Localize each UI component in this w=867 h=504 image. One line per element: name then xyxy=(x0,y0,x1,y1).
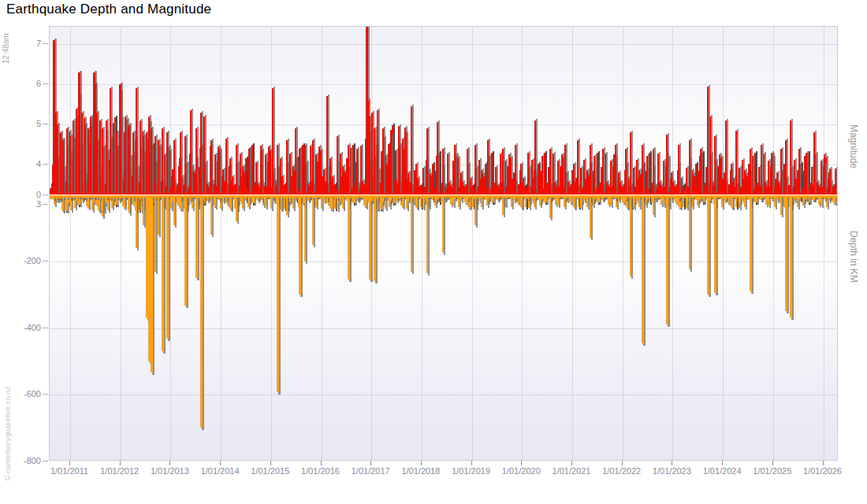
quake-bar[interactable] xyxy=(312,195,314,245)
quake-bar[interactable] xyxy=(248,195,250,199)
quake-bar[interactable] xyxy=(750,149,751,195)
quake-bar[interactable] xyxy=(642,145,643,195)
quake-bar[interactable] xyxy=(166,132,168,195)
quake-bar[interactable] xyxy=(735,195,737,199)
quake-bar[interactable] xyxy=(277,195,279,393)
quake-bar[interactable] xyxy=(180,195,181,199)
quake-bar[interactable] xyxy=(625,195,627,199)
quake-bar[interactable] xyxy=(79,195,80,198)
quake-bar[interactable] xyxy=(326,96,328,195)
quake-bar[interactable] xyxy=(261,195,262,200)
quake-bar[interactable] xyxy=(829,169,831,195)
quake-bar[interactable] xyxy=(602,149,604,195)
quake-bar[interactable] xyxy=(780,149,782,195)
quake-bar[interactable] xyxy=(615,195,616,200)
quake-bar[interactable] xyxy=(110,195,111,198)
quake-bar[interactable] xyxy=(84,124,86,195)
quake-bar[interactable] xyxy=(190,110,192,195)
quake-bar[interactable] xyxy=(158,140,159,195)
quake-bar[interactable] xyxy=(158,195,159,235)
quake-bar[interactable] xyxy=(173,140,175,195)
quake-bar[interactable] xyxy=(62,195,64,198)
quake-bar[interactable] xyxy=(304,145,306,195)
quake-bar[interactable] xyxy=(798,149,800,195)
quake-bar[interactable] xyxy=(60,132,61,195)
quake-bar[interactable] xyxy=(442,149,444,195)
quake-bar[interactable] xyxy=(225,195,227,200)
quake-bar[interactable] xyxy=(534,195,536,198)
quake-bar[interactable] xyxy=(272,195,273,198)
quake-bar[interactable] xyxy=(615,145,616,195)
quake-bar[interactable] xyxy=(785,195,787,312)
quake-bar[interactable] xyxy=(709,195,711,202)
quake-bar[interactable] xyxy=(761,145,762,195)
quake-bar[interactable] xyxy=(184,195,187,306)
quake-bar[interactable] xyxy=(136,88,137,195)
quake-bar[interactable] xyxy=(411,195,412,272)
quake-bar[interactable] xyxy=(81,113,83,195)
quake-bar[interactable] xyxy=(230,195,232,209)
quake-bar[interactable] xyxy=(454,195,456,200)
quake-bar[interactable] xyxy=(642,195,644,343)
quake-bar[interactable] xyxy=(666,135,668,195)
quake-bar[interactable] xyxy=(761,195,762,201)
quake-bar[interactable] xyxy=(399,195,400,200)
quake-bar[interactable] xyxy=(371,113,373,195)
quake-bar[interactable] xyxy=(666,195,668,325)
quake-bar[interactable] xyxy=(184,136,186,195)
quake-bar[interactable] xyxy=(515,145,516,195)
quake-bar[interactable] xyxy=(785,140,787,195)
quake-bar[interactable] xyxy=(60,195,61,199)
quake-bar[interactable] xyxy=(116,195,117,198)
quake-bar[interactable] xyxy=(73,195,74,198)
quake-bar[interactable] xyxy=(350,148,352,195)
quake-bar[interactable] xyxy=(146,132,147,195)
quake-bar[interactable] xyxy=(625,149,627,195)
quake-bar[interactable] xyxy=(829,195,831,198)
quake-bar[interactable] xyxy=(295,128,296,195)
quake-bar[interactable] xyxy=(106,195,107,198)
quake-bar[interactable] xyxy=(534,120,536,195)
quake-bar[interactable] xyxy=(813,195,815,201)
quake-bar[interactable] xyxy=(203,195,205,201)
quake-bar[interactable] xyxy=(272,88,273,195)
quake-bar[interactable] xyxy=(132,195,134,199)
quake-bar[interactable] xyxy=(735,131,737,195)
quake-bar[interactable] xyxy=(700,149,701,195)
quake-bar[interactable] xyxy=(602,195,604,199)
quake-bar[interactable] xyxy=(299,195,301,295)
quake-bar[interactable] xyxy=(236,145,237,195)
quake-bar[interactable] xyxy=(437,122,438,195)
quake-bar[interactable] xyxy=(218,149,220,195)
quake-bar[interactable] xyxy=(96,195,98,198)
quake-bar[interactable] xyxy=(390,195,392,201)
quake-bar[interactable] xyxy=(750,195,752,292)
quake-bar[interactable] xyxy=(502,195,504,215)
quake-bar[interactable] xyxy=(590,195,591,239)
quake-bar[interactable] xyxy=(714,136,716,195)
quake-bar[interactable] xyxy=(356,195,358,200)
quake-bar[interactable] xyxy=(99,195,101,198)
quake-bar[interactable] xyxy=(99,120,101,195)
quake-bar[interactable] xyxy=(590,145,591,195)
quake-bar[interactable] xyxy=(87,128,89,195)
quake-bar[interactable] xyxy=(120,92,121,195)
quake-bar[interactable] xyxy=(824,195,825,199)
quake-bar[interactable] xyxy=(356,149,358,195)
quake-bar[interactable] xyxy=(467,149,468,195)
quake-bar[interactable] xyxy=(437,195,438,199)
quake-bar[interactable] xyxy=(369,195,371,280)
quake-bar[interactable] xyxy=(399,145,400,195)
quake-bar[interactable] xyxy=(151,128,152,195)
quake-bar[interactable] xyxy=(564,145,566,195)
quake-bar[interactable] xyxy=(707,87,709,195)
quake-bar[interactable] xyxy=(190,195,192,200)
quake-bar[interactable] xyxy=(286,140,288,195)
plot-area[interactable] xyxy=(49,26,838,461)
quake-bar[interactable] xyxy=(312,140,314,195)
quake-bar[interactable] xyxy=(57,195,58,198)
quake-bar[interactable] xyxy=(653,149,654,195)
quake-bar[interactable] xyxy=(200,195,203,428)
quake-bar[interactable] xyxy=(790,120,791,195)
quake-bar[interactable] xyxy=(128,124,130,195)
